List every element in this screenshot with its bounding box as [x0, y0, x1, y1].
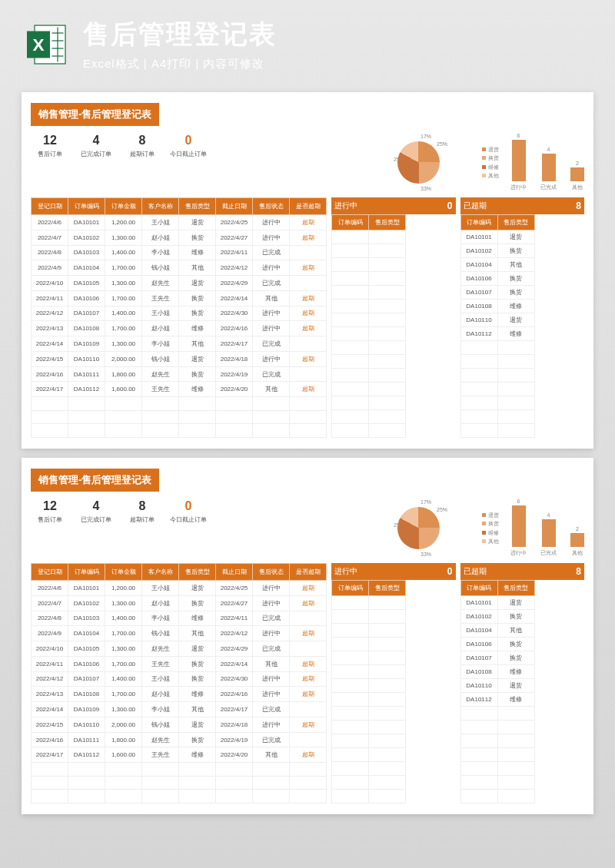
- table-row: [332, 762, 406, 776]
- table-cell: 2022/4/12: [32, 671, 68, 687]
- table-cell: DA10105: [68, 641, 105, 657]
- table-row: [332, 638, 406, 651]
- table-cell: [369, 790, 406, 803]
- table-cell: [369, 300, 406, 313]
- side-header: 进行中0: [331, 563, 456, 580]
- table-cell: [253, 397, 290, 411]
- table-cell: DA10106: [460, 638, 497, 651]
- table-row: 2022/4/15DA101102,000.00钱小姐退货2022/4/18进行…: [32, 351, 327, 366]
- table-cell: [105, 790, 142, 803]
- table-cell: [253, 424, 290, 438]
- table-cell: [369, 748, 406, 762]
- table-cell: 维修: [179, 321, 216, 336]
- table-cell: 维修: [497, 300, 534, 313]
- table-cell: DA10111: [68, 732, 105, 747]
- table-cell: 2022/4/14: [216, 656, 253, 671]
- table-cell: 1,600.00: [105, 747, 142, 763]
- table-cell: 2022/4/16: [216, 687, 253, 702]
- table-cell: [332, 721, 369, 734]
- table-cell: [497, 369, 534, 383]
- table-row: 2022/4/15DA101102,000.00钱小姐退货2022/4/18进行…: [32, 717, 327, 732]
- table-row: 2022/4/17DA101121,600.00王先生维修2022/4/20其他…: [32, 382, 327, 397]
- table-row: [460, 355, 534, 369]
- table-cell: 1,300.00: [105, 595, 142, 611]
- table-row: DA10104其他: [460, 624, 534, 638]
- table-cell: [290, 790, 327, 803]
- stat-label: 超期订单: [123, 150, 161, 158]
- table-cell: DA10103: [68, 245, 105, 260]
- table-cell: 2022/4/16: [32, 732, 68, 747]
- column-header: 是否超期: [290, 198, 327, 215]
- table-cell: [253, 790, 290, 803]
- table-row: [460, 734, 534, 748]
- table-cell: [290, 732, 327, 747]
- column-header: 客户名称: [142, 564, 179, 581]
- table-cell: [142, 790, 179, 803]
- table-cell: 2022/4/11: [32, 656, 68, 671]
- legend-item: 换货: [482, 519, 499, 528]
- table-cell: 进行中: [253, 626, 290, 641]
- table-cell: [369, 369, 406, 383]
- table-cell: DA10105: [68, 276, 105, 291]
- table-row: [332, 624, 406, 638]
- table-cell: DA10110: [68, 717, 105, 732]
- table-cell: 已完成: [253, 611, 290, 626]
- table-cell: DA10110: [460, 313, 497, 327]
- table-cell: [253, 410, 290, 424]
- table-cell: [369, 707, 406, 721]
- table-cell: 其他: [179, 260, 216, 276]
- table-cell: 进行中: [253, 230, 290, 245]
- table-cell: [497, 748, 534, 762]
- table-cell: DA10107: [68, 671, 105, 687]
- table-cell: 1,700.00: [105, 290, 142, 306]
- table-row: [460, 762, 534, 776]
- table-cell: 2022/4/6: [32, 214, 68, 230]
- table-cell: 2022/4/8: [32, 611, 68, 626]
- column-header: 订单编码: [460, 581, 497, 596]
- stats-row: 12售后订单4已完成订单8超期订单0今日截止订单 17% 25% 25% 33%…: [31, 499, 584, 557]
- table-cell: DA10108: [68, 321, 105, 336]
- table-cell: [369, 679, 406, 693]
- page-title: 售后管理登记表: [83, 17, 592, 52]
- table-cell: [332, 258, 369, 272]
- table-row: 2022/4/9DA101041,700.00钱小姐其他2022/4/12进行中…: [32, 260, 327, 276]
- table-row: [460, 396, 534, 410]
- table-cell: 其他: [497, 624, 534, 638]
- table-cell: 2022/4/25: [216, 214, 253, 230]
- table-cell: 2022/4/27: [216, 230, 253, 245]
- table-cell: 2022/4/29: [216, 641, 253, 657]
- table-row: [332, 776, 406, 790]
- table-cell: [332, 679, 369, 693]
- table-cell: 换货: [179, 732, 216, 747]
- table-cell: [369, 693, 406, 707]
- table-cell: DA10106: [68, 290, 105, 306]
- table-cell: 退货: [179, 717, 216, 732]
- table-row: DA10108维修: [460, 665, 534, 679]
- table-row: [332, 424, 406, 438]
- stat-box: 12售后订单: [31, 134, 69, 158]
- table-cell: [460, 707, 497, 721]
- table-cell: 2,000.00: [105, 717, 142, 732]
- table-cell: 已完成: [253, 276, 290, 291]
- stat-box: 0今日截止订单: [169, 499, 208, 524]
- table-row: [332, 396, 406, 410]
- table-cell: 超期: [290, 260, 327, 276]
- table-cell: 李小姐: [142, 245, 179, 260]
- table-cell: DA10112: [460, 693, 497, 707]
- table-cell: 2022/4/6: [32, 580, 68, 595]
- table-cell: 退货: [497, 230, 534, 244]
- table-row: [32, 410, 327, 424]
- table-row: [332, 313, 406, 327]
- table-cell: [105, 424, 142, 438]
- charts-area: 17% 25% 25% 33% 退货换货维修其他 6进行中4已完成2其他: [397, 134, 584, 191]
- table-cell: DA10102: [68, 595, 105, 611]
- table-cell: [32, 397, 68, 411]
- table-row: DA10112维修: [460, 693, 534, 707]
- pie-legend: 退货换货维修其他: [482, 511, 499, 545]
- column-header: 是否超期: [290, 564, 327, 581]
- table-cell: 超期: [290, 382, 327, 397]
- table-cell: [332, 341, 369, 355]
- table-cell: [497, 341, 534, 355]
- table-cell: [497, 707, 534, 721]
- table-row: [332, 300, 406, 313]
